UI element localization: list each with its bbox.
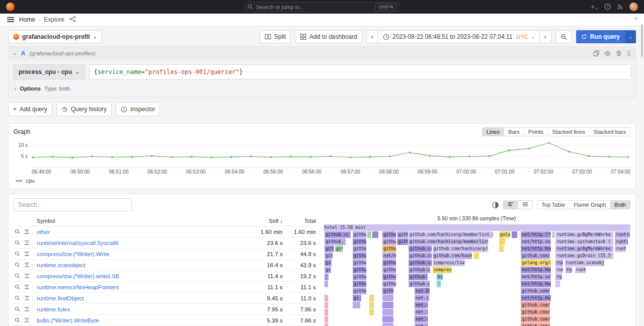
- search-symbol-icon[interactable]: [15, 262, 20, 268]
- flame-block[interactable]: [324, 302, 328, 308]
- flame-block[interactable]: total (5.50 min): [323, 224, 630, 231]
- flame-block[interactable]: [382, 323, 393, 326]
- flame-block[interactable]: runti: [614, 246, 626, 252]
- align-left-icon[interactable]: [504, 201, 518, 209]
- flame-block[interactable]: [555, 281, 560, 287]
- search-symbol-icon[interactable]: [15, 229, 20, 234]
- flame-block[interactable]: github.cc: [408, 281, 430, 287]
- flame-block[interactable]: gola: [499, 231, 510, 238]
- flame-block[interactable]: [369, 309, 374, 315]
- flame-block[interactable]: net.Di: [414, 288, 430, 294]
- search-symbol-icon[interactable]: [15, 240, 20, 246]
- new-menu-button[interactable]: +⌄: [591, 4, 598, 11]
- flame-block[interactable]: net/http.(*c: [520, 231, 551, 238]
- flame-block[interactable]: githu: [382, 267, 396, 273]
- remove-query-icon[interactable]: [616, 50, 622, 56]
- flame-block[interactable]: runtime.gcBgMarkWorke: [555, 246, 613, 252]
- search-symbol-icon[interactable]: [15, 295, 20, 301]
- symbol-link[interactable]: compress/lzw.(*Writer).writeLSB: [37, 273, 243, 279]
- flame-block[interactable]: git: [324, 246, 334, 252]
- query-expression-input[interactable]: {service_name="profiles-ops-001/querier"…: [89, 64, 631, 79]
- run-query-caret[interactable]: ⌄: [625, 30, 636, 43]
- view-both[interactable]: Both: [610, 201, 630, 209]
- hide-query-icon[interactable]: [604, 51, 611, 56]
- search-symbol-icon[interactable]: [15, 284, 20, 290]
- flame-block[interactable]: gi: [352, 295, 361, 301]
- flame-block[interactable]: net/http.Han: [520, 246, 551, 252]
- add-to-dashboard-button[interactable]: Add to dashboard: [295, 30, 362, 43]
- flame-block[interactable]: net/http.Har: [520, 295, 551, 301]
- flame-block[interactable]: [324, 274, 329, 280]
- symbol-link[interactable]: runtime.scanobject: [37, 262, 243, 268]
- flame-block[interactable]: githu: [382, 238, 396, 245]
- symbol-link[interactable]: runtime.futex: [37, 306, 243, 312]
- symbol-link[interactable]: runtime/internal/syscall.Syscall6: [37, 240, 243, 246]
- query-history-button[interactable]: Query history: [56, 102, 112, 116]
- sandwich-view-icon[interactable]: [24, 317, 30, 323]
- query-options-row[interactable]: › Options Type: both: [9, 82, 635, 98]
- flame-block[interactable]: github.cc: [408, 246, 431, 252]
- flame-block[interactable]: [367, 231, 371, 238]
- graph-mode-bars[interactable]: Bars: [504, 128, 524, 136]
- flame-block[interactable]: runtime.systemstack (: [555, 238, 613, 245]
- drag-handle-icon[interactable]: [627, 50, 631, 56]
- view-top-table[interactable]: Top Table: [537, 201, 569, 209]
- flame-block[interactable]: run: [555, 260, 563, 266]
- flame-block[interactable]: runt: [575, 267, 586, 273]
- zoom-out-button[interactable]: [555, 30, 572, 43]
- color-scheme-icon[interactable]: [492, 201, 499, 209]
- flame-block[interactable]: git: [335, 246, 343, 252]
- page-scrollbar[interactable]: [641, 24, 643, 57]
- flame-block[interactable]: net/http.ser: [520, 238, 551, 245]
- flame-block[interactable]: [352, 302, 360, 308]
- flame-block[interactable]: [324, 309, 328, 315]
- time-series-chart[interactable]: 5 s10 s: [14, 139, 630, 168]
- flame-block[interactable]: [382, 309, 393, 315]
- flame-block[interactable]: runtime: [614, 231, 630, 238]
- run-query-button[interactable]: Run query: [576, 30, 625, 43]
- flame-block[interactable]: [324, 295, 328, 301]
- graph-mode-stacked-lines[interactable]: Stacked lines: [547, 128, 589, 136]
- flame-block[interactable]: github.: [324, 238, 346, 245]
- flame-block[interactable]: runtime.gcBgMarkWorke: [555, 231, 613, 238]
- graph-legend[interactable]: cpu: [16, 177, 630, 184]
- flame-block[interactable]: [382, 295, 393, 301]
- flame-block[interactable]: [382, 302, 393, 308]
- search-symbol-icon[interactable]: [15, 251, 20, 257]
- flame-block[interactable]: run: [565, 267, 573, 273]
- flame-graph-canvas[interactable]: total (5.50 min)github.ccgithugithugithu…: [323, 224, 630, 326]
- flame-block[interactable]: github.com/hashicorp/memberli: [432, 246, 488, 252]
- symbol-link[interactable]: compress/lzw.(*Writer).Write: [37, 251, 243, 257]
- flame-block[interactable]: [382, 316, 393, 322]
- flame-block[interactable]: net/http.Han: [520, 281, 551, 287]
- flame-block[interactable]: githu: [352, 288, 366, 294]
- flame-block[interactable]: net/http.ser: [520, 274, 551, 280]
- flame-block[interactable]: githu: [382, 246, 396, 252]
- sandwich-view-icon[interactable]: [24, 295, 30, 301]
- flame-block[interactable]: github.com/hashicorp/memberlist.(*: [408, 231, 493, 238]
- collapse-query-icon[interactable]: ⌄: [13, 51, 17, 56]
- flame-block[interactable]: github.cc: [408, 260, 431, 266]
- sandwich-view-icon[interactable]: [24, 251, 30, 257]
- flame-block[interactable]: github.com/g: [520, 316, 550, 322]
- breadcrumb-home[interactable]: Home: [19, 16, 35, 23]
- time-range-picker[interactable]: 2023-08-22 06:48:51 to 2023-08-22 07:04:…: [378, 30, 539, 43]
- flame-block[interactable]: github.com/hashicorp/memberlist.(: [408, 238, 488, 245]
- add-query-button[interactable]: + Add query: [8, 102, 52, 116]
- flame-block[interactable]: githu: [352, 246, 366, 252]
- sandwich-view-icon[interactable]: [24, 273, 30, 279]
- inspector-button[interactable]: Inspector: [116, 102, 160, 116]
- news-icon[interactable]: [617, 4, 623, 10]
- flame-block[interactable]: [436, 281, 441, 287]
- flame-block[interactable]: githu: [352, 260, 366, 266]
- split-button[interactable]: Split: [260, 30, 291, 43]
- flame-block[interactable]: githu: [352, 281, 366, 287]
- view-flame-graph[interactable]: Flame Graph: [569, 201, 610, 209]
- time-back-button[interactable]: ‹: [366, 30, 378, 43]
- flame-block[interactable]: bu: [436, 274, 443, 280]
- search-symbol-icon[interactable]: [15, 306, 20, 312]
- flame-block[interactable]: github.com/g: [520, 253, 550, 259]
- flame-block[interactable]: github.com/g: [520, 323, 550, 326]
- flame-block[interactable]: github.com/g: [520, 302, 550, 308]
- duplicate-query-icon[interactable]: [593, 50, 599, 56]
